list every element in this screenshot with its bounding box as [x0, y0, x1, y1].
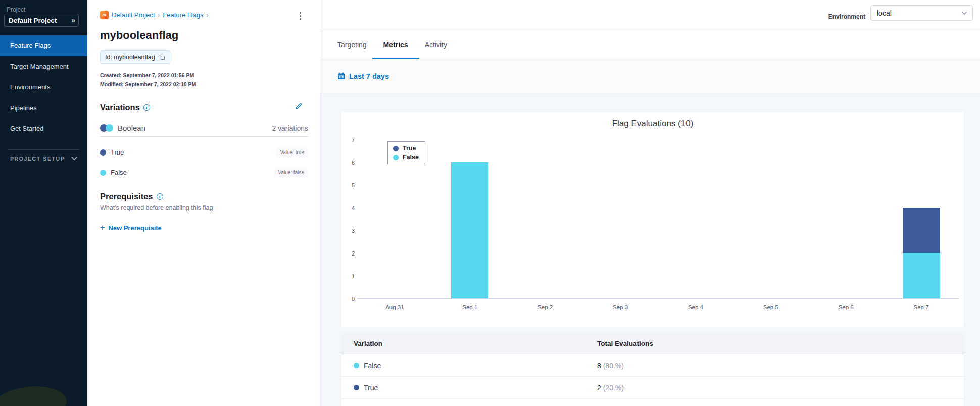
- double-chevron-right-icon: »: [71, 16, 74, 24]
- legend-label: True: [403, 145, 416, 152]
- table-header: Variation Total Evaluations: [341, 333, 964, 354]
- breadcrumb: Default Project › Feature Flags ›: [100, 11, 208, 19]
- prerequisites-title: Prerequisites: [100, 192, 153, 201]
- y-tick-label: 2: [341, 249, 355, 258]
- chevron-down-icon: [961, 11, 967, 15]
- x-tick-label: Sep 7: [884, 304, 959, 310]
- breadcrumb-separator-icon: ›: [158, 12, 160, 19]
- date-range-label: Last 7 days: [349, 72, 389, 80]
- environment-header: Environment local: [320, 0, 980, 31]
- bar-segment-true: [903, 208, 940, 253]
- y-tick-label: 4: [341, 204, 355, 212]
- main-content: Environment local Targeting Metrics Acti…: [320, 0, 980, 406]
- flag-id-text: Id: mybooleanflag: [105, 54, 155, 61]
- chart-y-ticks: 01234567: [341, 140, 355, 299]
- tab-metrics[interactable]: Metrics: [383, 31, 408, 59]
- sidebar-item-feature-flags[interactable]: Feature Flags: [0, 35, 87, 56]
- x-tick-label: Sep 2: [508, 304, 583, 310]
- divider: [100, 136, 308, 137]
- y-tick-label: 0: [341, 295, 355, 303]
- variation-false-dot: [100, 170, 106, 176]
- variation-row-true: True Value: true: [100, 147, 308, 157]
- legend-item: True: [393, 145, 419, 152]
- legend-dot: [393, 155, 399, 160]
- tab-targeting[interactable]: Targeting: [337, 31, 367, 59]
- legend-item: False: [393, 154, 419, 161]
- sidebar-item-pipelines[interactable]: Pipelines: [0, 97, 87, 118]
- date-range-button[interactable]: Last 7 days: [337, 72, 389, 80]
- breadcrumb-link-feature-flags[interactable]: Feature Flags: [163, 11, 203, 19]
- sidebar-item-environments[interactable]: Environments: [0, 77, 87, 97]
- chart-title: Flag Evaluations (10): [341, 119, 964, 129]
- variation-false-dot: [354, 363, 359, 368]
- table-row[interactable]: False 8 (80.%): [341, 354, 964, 377]
- edit-variations-button[interactable]: [295, 102, 303, 112]
- kebab-menu-icon[interactable]: [296, 10, 305, 21]
- info-icon[interactable]: i: [143, 104, 150, 111]
- variation-value-badge: Value: true: [276, 147, 308, 157]
- y-tick-label: 6: [341, 159, 355, 167]
- table-cell-variation: True: [364, 384, 378, 392]
- table-cell-total: 8 (80.%): [597, 362, 964, 370]
- environment-select[interactable]: local: [870, 5, 973, 21]
- project-selector-value: Default Project: [9, 17, 57, 24]
- x-tick-label: Sep 4: [658, 304, 733, 310]
- chart-x-labels: Aug 31Sep 1Sep 2Sep 3Sep 4Sep 5Sep 6Sep …: [357, 304, 959, 312]
- chart-legend: TrueFalse: [387, 141, 425, 164]
- variation-true-dot: [354, 385, 359, 390]
- modified-timestamp: Modified: September 7, 2022 02:10 PM: [100, 81, 196, 87]
- plus-icon: +: [100, 223, 105, 232]
- variation-count: 2 variations: [272, 124, 308, 132]
- sidebar: Project Default Project » Feature Flags …: [0, 0, 87, 406]
- breadcrumb-link-default-project[interactable]: Default Project: [112, 11, 155, 19]
- sidebar-nav: Feature Flags Target Management Environm…: [0, 35, 87, 139]
- copy-icon[interactable]: [159, 54, 165, 60]
- flag-id-chip: Id: mybooleanflag: [100, 50, 170, 64]
- x-tick-label: Sep 5: [733, 304, 808, 310]
- environment-label: Environment: [828, 13, 865, 20]
- y-tick-label: 1: [341, 272, 355, 280]
- boolean-type-icon: [100, 124, 113, 132]
- info-icon[interactable]: i: [157, 193, 163, 200]
- sidebar-item-get-started[interactable]: Get Started: [0, 118, 87, 139]
- variations-title: Variations: [100, 103, 140, 112]
- new-prerequisite-button[interactable]: + New Prerequisite: [100, 223, 162, 232]
- variation-true-dot: [100, 149, 106, 156]
- calendar-icon: [337, 72, 345, 80]
- y-tick-label: 3: [341, 227, 355, 235]
- variation-type-label: Boolean: [118, 124, 145, 132]
- x-tick-label: Aug 31: [357, 304, 432, 310]
- y-tick-label: 5: [341, 181, 355, 189]
- environment-value: local: [877, 9, 892, 17]
- table-cell-variation: False: [364, 362, 381, 370]
- tab-activity[interactable]: Activity: [425, 31, 447, 59]
- project-setup-label: PROJECT SETUP: [10, 156, 65, 162]
- project-label: Project: [7, 6, 25, 13]
- tab-bar: Targeting Metrics Activity: [320, 31, 980, 59]
- sidebar-item-target-management[interactable]: Target Management: [0, 56, 87, 77]
- variation-row-false: False Value: false: [100, 168, 308, 177]
- column-header-total-evaluations: Total Evaluations: [597, 340, 964, 347]
- prerequisites-description: What's required before enabling this fla…: [100, 204, 213, 211]
- column-header-variation: Variation: [354, 340, 597, 347]
- chart-plot: [357, 140, 959, 299]
- table-cell-total: 2 (20.%): [597, 384, 964, 392]
- table-row[interactable]: True 2 (20.%): [341, 377, 964, 399]
- breadcrumb-separator-icon: ›: [206, 12, 208, 19]
- flag-title: mybooleanflag: [100, 29, 178, 42]
- variations-heading: Variations i: [100, 103, 150, 112]
- chevron-down-icon: [71, 157, 77, 161]
- sidebar-divider: [8, 149, 79, 150]
- legend-label: False: [403, 154, 419, 161]
- prerequisites-heading: Prerequisites i: [100, 192, 163, 201]
- project-selector[interactable]: Default Project »: [4, 14, 79, 27]
- decorative-blob: [0, 382, 69, 406]
- bar-segment-false: [903, 253, 940, 298]
- created-timestamp: Created: September 7, 2022 01:56 PM: [100, 72, 194, 78]
- variation-type-row: Boolean 2 variations: [100, 124, 308, 132]
- flag-detail-panel: Default Project › Feature Flags › mybool…: [87, 0, 320, 406]
- legend-dot: [393, 146, 399, 151]
- variation-value-badge: Value: false: [274, 168, 308, 177]
- project-setup-section[interactable]: PROJECT SETUP: [10, 156, 77, 162]
- y-tick-label: 7: [341, 136, 355, 144]
